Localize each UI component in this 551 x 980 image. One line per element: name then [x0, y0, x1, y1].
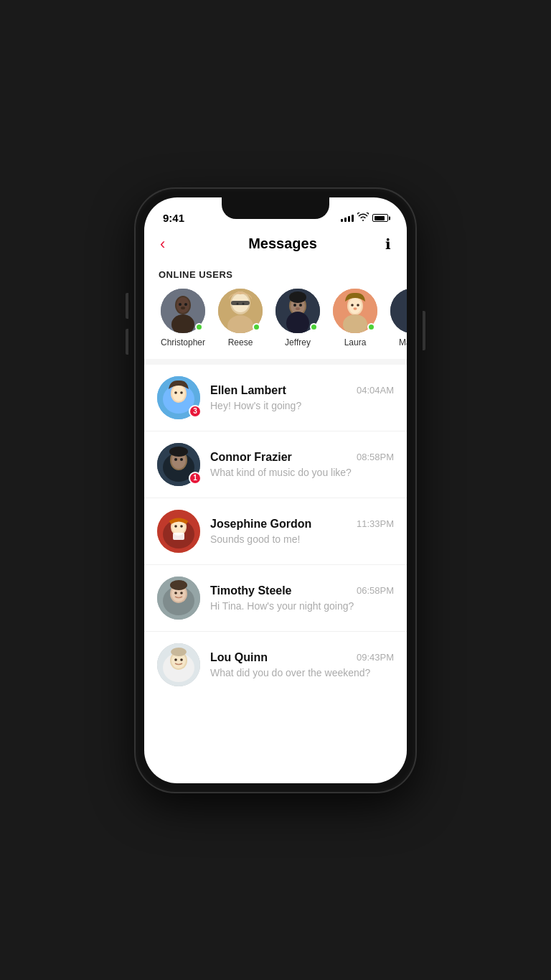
- message-avatar-wrapper-connor: 1: [157, 443, 200, 486]
- avatar-wrapper-laura: [333, 289, 377, 333]
- vol-up-button: [126, 293, 128, 319]
- message-preview-lou: What did you do over the weekend?: [210, 667, 394, 678]
- online-users-label: ONLINE USERS: [144, 262, 407, 289]
- user-name-reese: Reese: [228, 337, 253, 347]
- svg-rect-54: [173, 533, 184, 540]
- timothy-avatar-svg: [157, 577, 200, 620]
- vol-down-button: [126, 329, 128, 355]
- message-content-connor: Connor Frazier 08:58PM What kind of musi…: [210, 451, 394, 478]
- message-top-ellen: Ellen Lambert 04:04AM: [210, 384, 394, 397]
- signal-icon: [341, 215, 354, 222]
- message-top-josephine: Josephine Gordon 11:33PM: [210, 518, 394, 531]
- online-user-christopher[interactable]: Christopher: [154, 289, 212, 347]
- back-button[interactable]: ‹: [160, 235, 180, 253]
- notch: [222, 197, 329, 219]
- message-time-timothy: 06:58PM: [357, 585, 394, 596]
- phone-device: 9:41: [136, 189, 415, 792]
- online-dot-jeffrey: [310, 323, 318, 331]
- svg-point-38: [172, 386, 185, 401]
- message-item-lou[interactable]: Lou Quinn 09:43PM What did you do over t…: [144, 632, 407, 698]
- online-dot-reese: [253, 323, 260, 331]
- svg-point-26: [357, 304, 359, 307]
- message-top-timothy: Timothy Steele 06:58PM: [210, 584, 394, 597]
- svg-point-61: [170, 580, 187, 590]
- svg-rect-29: [390, 289, 407, 333]
- message-content-timothy: Timothy Steele 06:58PM Hi Tina. How's yo…: [210, 584, 394, 612]
- message-name-ellen: Ellen Lambert: [210, 384, 286, 397]
- svg-point-60: [180, 592, 183, 594]
- svg-point-53: [180, 525, 183, 528]
- message-content-ellen: Ellen Lambert 04:04AM Hey! How's it goin…: [210, 384, 394, 411]
- message-item-ellen[interactable]: 3 Ellen Lambert 04:04AM Hey! How's it go…: [144, 365, 407, 431]
- badge-ellen: 3: [189, 405, 202, 418]
- message-avatar-wrapper-lou: [157, 643, 200, 686]
- user-name-laura: Laura: [344, 337, 367, 347]
- svg-point-11: [237, 302, 239, 304]
- message-top-lou: Lou Quinn 09:43PM: [210, 651, 394, 664]
- svg-rect-10: [231, 301, 250, 305]
- message-top-connor: Connor Frazier 08:58PM: [210, 451, 394, 464]
- svg-point-17: [293, 304, 296, 307]
- message-avatar-wrapper-josephine: [157, 510, 200, 553]
- message-name-connor: Connor Frazier: [210, 451, 292, 464]
- svg-point-18: [299, 304, 302, 307]
- message-time-connor: 08:58PM: [357, 452, 394, 462]
- svg-point-4: [179, 303, 182, 306]
- section-divider: [144, 359, 407, 365]
- online-dot-laura: [367, 323, 375, 331]
- battery-icon: [372, 214, 388, 222]
- message-avatar-lou: [157, 643, 200, 686]
- message-item-josephine[interactable]: Josephine Gordon 11:33PM Sounds good to …: [144, 498, 407, 564]
- message-list: 3 Ellen Lambert 04:04AM Hey! How's it go…: [144, 365, 407, 698]
- online-user-reese[interactable]: Reese: [212, 289, 269, 347]
- svg-point-52: [174, 525, 177, 528]
- signal-bar-1: [341, 219, 343, 222]
- online-users-section: ONLINE USERS: [144, 262, 407, 359]
- status-time: 9:41: [163, 212, 184, 224]
- online-user-jeffrey[interactable]: Jeffrey: [269, 289, 326, 347]
- message-content-lou: Lou Quinn 09:43PM What did you do over t…: [210, 651, 394, 678]
- svg-point-46: [180, 458, 183, 461]
- avatar-wrapper-maldo: [390, 289, 407, 333]
- maldo-face-svg: [390, 289, 407, 333]
- message-avatar-wrapper-ellen: 3: [157, 376, 200, 419]
- svg-point-5: [184, 303, 187, 306]
- svg-point-25: [351, 304, 354, 307]
- avatar-wrapper-reese: [218, 289, 263, 333]
- message-preview-josephine: Sounds good to me!: [210, 533, 394, 545]
- online-user-maldo[interactable]: Mald…: [384, 289, 407, 347]
- message-name-lou: Lou Quinn: [210, 651, 268, 664]
- avatar-wrapper-christopher: [161, 289, 205, 333]
- message-item-timothy[interactable]: Timothy Steele 06:58PM Hi Tina. How's yo…: [144, 565, 407, 631]
- main-content: ONLINE USERS: [144, 262, 407, 783]
- svg-point-40: [180, 391, 183, 394]
- josephine-avatar-svg: [157, 510, 200, 553]
- message-time-ellen: 04:04AM: [357, 385, 394, 396]
- svg-point-66: [174, 658, 177, 661]
- online-users-list: Christopher: [144, 289, 407, 359]
- message-time-josephine: 11:33PM: [357, 518, 394, 529]
- svg-point-6: [181, 307, 185, 309]
- svg-point-59: [174, 592, 177, 594]
- user-name-jeffrey: Jeffrey: [285, 337, 311, 347]
- svg-point-45: [174, 458, 177, 461]
- svg-point-39: [174, 391, 177, 394]
- message-time-lou: 09:43PM: [357, 652, 394, 663]
- badge-connor: 1: [189, 472, 202, 485]
- svg-point-24: [349, 298, 362, 314]
- svg-point-27: [354, 307, 357, 310]
- page-title: Messages: [248, 235, 317, 252]
- online-dot-christopher: [195, 323, 203, 331]
- svg-point-12: [242, 302, 245, 304]
- message-avatar-wrapper-timothy: [157, 577, 200, 620]
- message-item-connor[interactable]: 1 Connor Frazier 08:58PM What kind of mu…: [144, 431, 407, 498]
- svg-point-3: [176, 297, 189, 313]
- svg-point-21: [289, 291, 306, 303]
- message-avatar-timothy: [157, 577, 200, 620]
- phone-screen: 9:41: [144, 197, 407, 783]
- info-icon[interactable]: ℹ: [385, 235, 391, 253]
- wifi-icon: [357, 213, 369, 223]
- message-avatar-josephine: [157, 510, 200, 553]
- online-user-laura[interactable]: Laura: [326, 289, 384, 347]
- message-preview-timothy: Hi Tina. How's your night going?: [210, 600, 394, 612]
